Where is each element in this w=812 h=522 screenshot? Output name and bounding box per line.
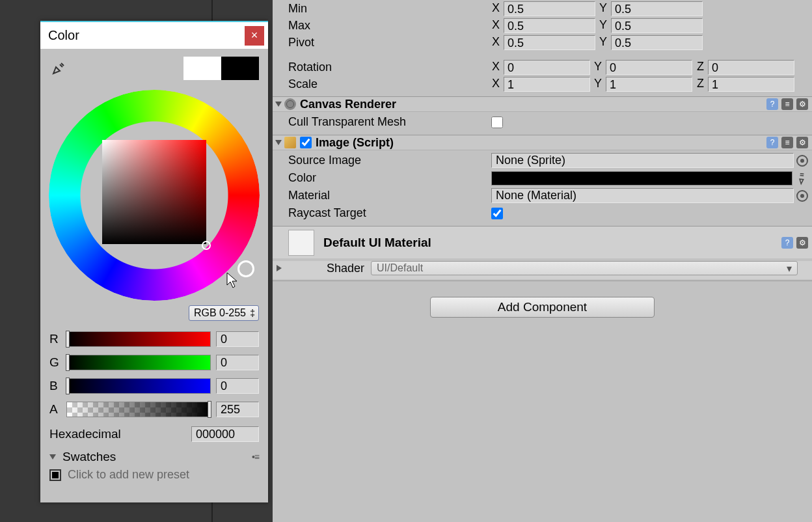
scale-row: Scale X 1 Y 1 Z 1 [288, 76, 808, 92]
color-field[interactable] [491, 171, 792, 185]
g-slider[interactable] [66, 355, 211, 370]
canvas-renderer-header[interactable]: Canvas Renderer ? ≡ ⚙ [273, 96, 812, 112]
image-component-icon [284, 137, 296, 148]
r-value-field[interactable]: 0 [216, 331, 259, 347]
color-wheel-area [40, 88, 268, 303]
material-field[interactable]: None (Material) [491, 188, 794, 203]
cull-mesh-checkbox[interactable] [491, 117, 503, 128]
shader-label: Shader [327, 262, 364, 275]
canvas-renderer-title: Canvas Renderer [300, 98, 766, 111]
help-icon[interactable]: ? [766, 98, 778, 110]
gear-icon[interactable]: ⚙ [796, 237, 808, 249]
hue-indicator[interactable] [237, 260, 254, 277]
swatches-header[interactable]: Swatches •≡ [40, 446, 268, 465]
scale-z-field[interactable]: 1 [708, 77, 794, 92]
eyedropper-button[interactable] [49, 59, 68, 77]
y-label[interactable]: Y [592, 60, 604, 75]
object-picker-icon[interactable] [796, 190, 808, 202]
scale-x-field[interactable]: 1 [504, 77, 590, 92]
g-slider-handle[interactable] [66, 354, 70, 371]
pivot-label: Pivot [288, 36, 490, 49]
raycast-checkbox[interactable] [491, 208, 503, 219]
y-label[interactable]: Y [597, 35, 609, 50]
r-label: R [49, 332, 61, 346]
a-label: A [49, 402, 61, 417]
x-label[interactable]: X [490, 60, 502, 75]
close-button[interactable]: × [245, 26, 264, 46]
rotation-z-field[interactable]: 0 [708, 60, 794, 75]
source-image-field[interactable]: None (Sprite) [491, 153, 794, 168]
help-icon[interactable]: ? [781, 237, 793, 249]
g-label: G [49, 355, 61, 370]
saturation-value-square[interactable] [102, 140, 206, 244]
z-label[interactable]: Z [694, 60, 706, 75]
anchor-min-label: Min [288, 2, 490, 16]
rotation-label: Rotation [288, 61, 490, 74]
foldout-icon[interactable] [275, 102, 282, 107]
scale-y-field[interactable]: 1 [606, 77, 692, 92]
add-component-button[interactable]: Add Component [430, 297, 655, 318]
b-slider[interactable] [66, 378, 211, 394]
preset-icon[interactable]: ≡ [781, 137, 793, 148]
foldout-icon[interactable] [49, 454, 56, 460]
source-image-label: Source Image [288, 154, 491, 167]
shader-dropdown[interactable]: UI/Default [371, 261, 798, 275]
hex-label: Hexadecimal [49, 427, 185, 441]
anchor-max-y-field[interactable]: 0.5 [611, 18, 703, 33]
current-color-swatch [221, 57, 259, 80]
rect-transform-section: Min X 0.5 Y 0.5 Max X 0.5 Y 0.5 Pivot X … [273, 0, 812, 96]
anchor-min-y-field[interactable]: 0.5 [611, 1, 703, 16]
color-preview [183, 57, 259, 80]
image-enabled-checkbox[interactable] [300, 137, 312, 148]
color-picker-window: Color × RGB 0-255 R 0 G 0 B [40, 21, 268, 502]
x-label[interactable]: X [490, 35, 502, 50]
image-component-title: Image (Script) [316, 136, 766, 150]
r-slider-handle[interactable] [66, 331, 70, 348]
rotation-y-field[interactable]: 0 [606, 60, 692, 75]
pivot-x-field[interactable]: 0.5 [504, 35, 595, 50]
foldout-icon[interactable] [277, 265, 282, 271]
rotation-x-field[interactable]: 0 [504, 60, 590, 75]
b-slider-handle[interactable] [66, 378, 70, 394]
raycast-label: Raycast Target [288, 206, 491, 220]
help-icon[interactable]: ? [766, 137, 778, 148]
default-material-header[interactable]: Default UI Material ? ⚙ [273, 226, 812, 258]
a-value-field[interactable]: 255 [216, 402, 259, 417]
gear-icon[interactable]: ⚙ [796, 137, 808, 148]
swatch-hint: Click to add new preset [68, 468, 189, 482]
g-value-field[interactable]: 0 [216, 355, 259, 370]
color-picker-titlebar[interactable]: Color × [40, 21, 268, 49]
color-label: Color [288, 171, 491, 185]
hex-input[interactable]: 000000 [191, 426, 259, 442]
z-label[interactable]: Z [694, 77, 706, 92]
anchor-min-x-field[interactable]: 0.5 [504, 1, 595, 16]
gear-icon[interactable]: ⚙ [796, 98, 808, 110]
material-name: Default UI Material [323, 236, 781, 250]
hex-row: Hexadecimal 000000 [40, 422, 268, 446]
object-picker-icon[interactable] [796, 155, 808, 167]
y-label[interactable]: Y [592, 77, 604, 92]
add-swatch-button[interactable] [49, 469, 61, 481]
inspector-panel: Min X 0.5 Y 0.5 Max X 0.5 Y 0.5 Pivot X … [273, 0, 812, 522]
sv-indicator[interactable] [202, 241, 211, 250]
y-label[interactable]: Y [597, 1, 609, 16]
a-slider-handle[interactable] [208, 401, 211, 418]
anchor-max-row: Max X 0.5 Y 0.5 [288, 17, 808, 34]
y-label[interactable]: Y [597, 18, 609, 33]
preset-icon[interactable]: ≡ [781, 98, 793, 110]
a-slider[interactable] [66, 402, 211, 417]
image-component-header[interactable]: Image (Script) ? ≡ ⚙ [273, 135, 812, 150]
foldout-icon[interactable] [275, 140, 282, 145]
r-slider[interactable] [66, 331, 211, 347]
color-mode-dropdown[interactable]: RGB 0-255 [189, 305, 259, 321]
x-label[interactable]: X [490, 18, 502, 33]
eyedropper-icon[interactable] [795, 172, 808, 185]
scale-label: Scale [288, 77, 490, 91]
x-label[interactable]: X [490, 1, 502, 16]
b-value-field[interactable]: 0 [216, 378, 259, 394]
swatches-options-icon[interactable]: •≡ [252, 452, 259, 462]
anchor-max-x-field[interactable]: 0.5 [504, 18, 595, 33]
x-label[interactable]: X [490, 77, 502, 92]
previous-color-swatch[interactable] [183, 57, 221, 80]
pivot-y-field[interactable]: 0.5 [611, 35, 703, 50]
